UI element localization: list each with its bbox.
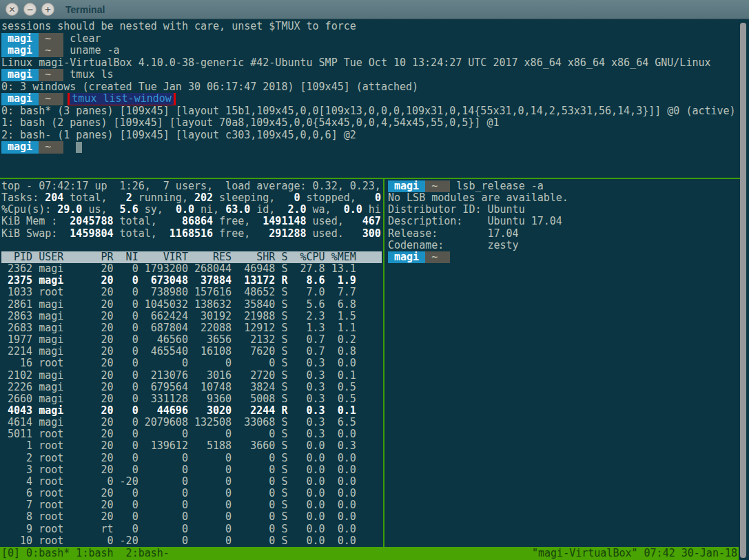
prompt-cwd-chip: ~: [39, 141, 63, 154]
terminal-prompt-line: magi ~: [388, 251, 740, 263]
tmux-pane-lsb-release[interactable]: magi ~ lsb_release -aNo LSB modules are …: [388, 180, 740, 547]
terminal-line: Codename: zesty: [388, 240, 740, 251]
terminal-line: 5011 root 20 0 0 0 0 S 0.3 0.0: [1, 428, 382, 440]
prompt-cwd-chip: ~: [425, 180, 450, 192]
terminal-line: 2375 magi 20 0 673048 37884 13172 R 8.6 …: [1, 275, 382, 287]
maximize-icon: +: [44, 6, 51, 14]
terminal-line: 2214 magi 20 0 465540 16108 7620 S 0.7 0…: [1, 346, 382, 357]
terminal-line: 2 root 20 0 0 0 0 S 0.0 0.0: [1, 453, 382, 464]
terminal-line: 2863 magi 20 0 662424 30192 21988 S 2.3 …: [1, 311, 382, 322]
prompt-user-chip: magi: [388, 251, 425, 263]
terminal-line: 2102 magi 20 0 213076 3016 2720 S 0.3 0.…: [1, 370, 382, 382]
tmux-pane-divider-horizontal[interactable]: [0, 178, 740, 179]
terminal-line: 2683 magi 20 0 687804 22088 12912 S 1.3 …: [1, 322, 382, 334]
tmux-pane-divider-vertical[interactable]: [383, 179, 384, 547]
terminal-line: 1977 magi 20 0 46560 3656 2132 S 0.7 0.2: [1, 334, 382, 346]
terminal-line: 0: bash* (3 panes) [109x45] [layout 15b1…: [1, 105, 739, 118]
tmux-pane-top-output[interactable]: top - 07:42:17 up 1:26, 7 users, load av…: [1, 180, 382, 547]
command-text: clear: [70, 33, 101, 45]
terminal-prompt-line: magi ~ uname -a: [1, 45, 739, 57]
prompt-user-chip: magi: [388, 180, 425, 192]
tmux-status-bar: [0] 0:bash* 1:bash 2:bash- "magi-Virtual…: [0, 547, 739, 560]
close-icon: ✕: [8, 6, 15, 14]
process-table-header: PID USER PR NI VIRT RES SHR S %CPU %MEM: [1, 251, 382, 263]
close-button[interactable]: ✕: [6, 3, 19, 16]
terminal-window: ✕ − + Terminal sessions should be nested…: [0, 0, 749, 560]
terminal-prompt-line: magi ~ tmux ls: [1, 69, 739, 81]
terminal-line: 2861 magi 20 0 1045032 138632 35840 S 5.…: [1, 299, 382, 311]
prompt-user-chip: magi: [1, 45, 39, 57]
terminal-line: KiB Mem : 2045788 total, 86864 free, 149…: [1, 216, 382, 227]
terminal-line: 16 root 20 0 0 0 0 S 0.3 0.0: [1, 357, 382, 369]
terminal-line: sessions should be nested with care, uns…: [1, 21, 739, 33]
minimize-button[interactable]: −: [23, 3, 37, 16]
command-text: lsb_release -a: [456, 180, 543, 192]
terminal-line: 1: bash (2 panes) [109x45] [layout 70a8,…: [1, 117, 739, 129]
window-controls: ✕ − +: [6, 3, 54, 16]
terminal-line: 2660 magi 20 0 331128 9360 5008 S 0.3 0.…: [1, 393, 382, 405]
terminal-line: 1033 root 20 0 738980 157616 48652 S 7.0…: [1, 287, 382, 298]
terminal-line: 10 root 0 -20 0 0 0 S 0.0 0.0: [1, 535, 382, 547]
minimize-icon: −: [26, 6, 33, 14]
terminal-prompt-line: magi ~ tmux list-window: [1, 93, 739, 105]
tmux-session-info: "magi-VirtualBox" 07:42 30-Jan-18: [532, 547, 737, 560]
tmux-window-list[interactable]: [0] 0:bash* 1:bash 2:bash-: [1, 547, 170, 560]
terminal-line: Description: Ubuntu 17.04: [388, 216, 740, 227]
scrollbar[interactable]: [740, 23, 746, 558]
terminal-line: 4043 magi 20 0 44696 3020 2244 R 0.3 0.1: [1, 405, 382, 417]
window-title: Terminal: [65, 4, 105, 15]
terminal-line: 0: 3 windows (created Tue Jan 30 06:17:4…: [1, 81, 739, 94]
terminal-line: %Cpu(s): 29.0 us, 5.6 sy, 0.0 ni, 63.0 i…: [1, 204, 382, 216]
maximize-button[interactable]: +: [41, 3, 54, 16]
text-cursor: [76, 142, 82, 153]
command-text: tmux ls: [70, 69, 113, 81]
prompt-user-chip: magi: [1, 33, 39, 45]
prompt-cwd-chip: ~: [39, 45, 63, 57]
terminal-viewport[interactable]: sessions should be nested with care, uns…: [0, 19, 749, 547]
command-text: uname -a: [70, 45, 119, 56]
terminal-line: 9 root rt 0 0 0 0 S 0.0 0.0: [1, 523, 382, 535]
terminal-line: 6 root 20 0 0 0 0 S 0.0 0.0: [1, 488, 382, 499]
prompt-cwd-chip: ~: [425, 251, 450, 263]
terminal-line: 4614 magi 20 0 2079608 132508 33068 S 0.…: [1, 417, 382, 428]
terminal-line: Tasks: 204 total, 2 running, 202 sleepin…: [1, 192, 382, 204]
prompt-cwd-chip: ~: [39, 69, 63, 81]
terminal-line: Linux magi-VirtualBox 4.10.0-38-generic …: [1, 57, 739, 70]
prompt-cwd-chip: ~: [39, 33, 63, 45]
terminal-line: 2226 magi 20 0 679564 10748 3824 S 0.3 0…: [1, 382, 382, 393]
terminal-line: top - 07:42:17 up 1:26, 7 users, load av…: [1, 180, 382, 192]
prompt-user-chip: magi: [1, 141, 39, 154]
terminal-line: Release: 17.04: [388, 228, 740, 240]
terminal-line: KiB Swap: 1459804 total, 1168516 free, 2…: [1, 228, 382, 240]
terminal-prompt-line: magi ~ clear: [1, 33, 739, 45]
terminal-line: [1, 240, 382, 251]
terminal-prompt-line: magi ~ lsb_release -a: [388, 180, 740, 192]
titlebar: ✕ − + Terminal: [0, 0, 749, 19]
terminal-line: Distributor ID: Ubuntu: [388, 204, 740, 216]
terminal-line: No LSB modules are available.: [388, 192, 740, 204]
prompt-cwd-chip: ~: [39, 93, 63, 105]
terminal-line: 3 root 20 0 0 0 0 S 0.0 0.0: [1, 464, 382, 476]
prompt-user-chip: magi: [1, 93, 39, 105]
prompt-user-chip: magi: [1, 69, 39, 81]
terminal-line: 4 root 0 -20 0 0 0 S 0.0 0.0: [1, 476, 382, 488]
tmux-pane-shell[interactable]: sessions should be nested with care, uns…: [1, 21, 739, 178]
terminal-line: 2362 magi 20 0 1793200 268044 46948 S 27…: [1, 263, 382, 275]
terminal-line: 8 root 20 0 0 0 0 S 0.0 0.0: [1, 511, 382, 523]
terminal-line: 1 root 20 0 139612 5188 3660 S 0.0 0.3: [1, 440, 382, 452]
terminal-prompt-line: magi ~: [1, 141, 739, 154]
terminal-line: 2: bash- (1 panes) [109x45] [layout c303…: [1, 129, 739, 142]
terminal-line: 7 root 20 0 0 0 0 S 0.0 0.0: [1, 499, 382, 511]
highlighted-command: tmux list-window: [70, 93, 174, 105]
